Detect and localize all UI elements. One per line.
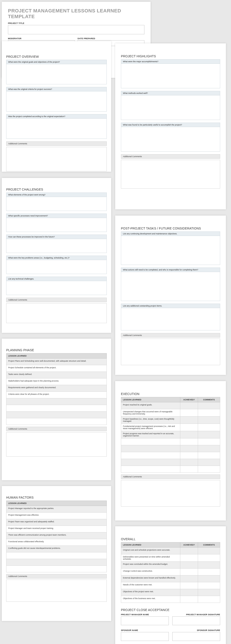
col-lesson: LESSON LEARNED: [121, 397, 180, 402]
cell-comments[interactable]: [198, 424, 220, 431]
additional-comments-area[interactable]: [6, 147, 107, 171]
cell-lesson: Project baselines (i.e., time, scope, co…: [121, 416, 180, 424]
human-table: Project Manager reported to the appropri…: [6, 506, 107, 572]
cell-achieved[interactable]: [180, 438, 198, 445]
additional-comments-area[interactable]: [6, 580, 107, 602]
answer-area[interactable]: [121, 308, 220, 330]
cell-achieved[interactable]: [180, 452, 198, 459]
cell-comments[interactable]: [198, 562, 220, 568]
cell-comments[interactable]: [198, 431, 220, 438]
col-comments: COMMENTS: [198, 397, 220, 402]
answer-area[interactable]: [7, 239, 107, 253]
cell-achieved[interactable]: [180, 596, 198, 602]
moderator-label: MODERATOR: [8, 38, 75, 40]
cell-achieved[interactable]: [180, 548, 198, 554]
cell-comments[interactable]: [198, 554, 220, 562]
cell-achieved[interactable]: [180, 424, 198, 431]
answer-area[interactable]: [7, 92, 107, 111]
cell-achieved[interactable]: [180, 416, 198, 424]
cell-achieved[interactable]: [180, 576, 198, 582]
table-row[interactable]: [7, 559, 107, 566]
table-row[interactable]: Project Team was organized and adequatel…: [7, 519, 107, 526]
table-row[interactable]: Criteria were clear for all phases of th…: [7, 392, 107, 398]
answer-area[interactable]: [121, 272, 220, 301]
table-row[interactable]: Project Plans and Scheduling were well-d…: [7, 358, 107, 365]
cell-lesson: Project was concluded within the amended…: [121, 562, 180, 568]
additional-comments-area[interactable]: [121, 338, 220, 365]
table-row[interactable]: Conflicting goals did not cause interdep…: [7, 546, 107, 552]
execution-panel: EXECUTION LESSON LEARNED ACHIEVED? COMME…: [115, 381, 226, 520]
cell-achieved[interactable]: [180, 589, 198, 596]
execution-table: Project reached its original goals. Unex…: [121, 402, 220, 473]
answer-area[interactable]: [121, 64, 220, 88]
answer-area[interactable]: [7, 281, 107, 295]
additional-comments-area[interactable]: [6, 303, 107, 323]
cell-achieved[interactable]: [180, 466, 198, 472]
overall-panel: OVERALL LESSON LEARNED ACHIEVED? COMMENT…: [115, 526, 226, 644]
pm-sig-input[interactable]: [172, 616, 220, 625]
cell-comments[interactable]: [198, 589, 220, 596]
answer-area[interactable]: [7, 118, 107, 138]
table-row[interactable]: Requirements were gathered and clearly d…: [7, 385, 107, 392]
table-row[interactable]: [7, 412, 107, 418]
table-row[interactable]: Project Schedule contained all elements …: [7, 365, 107, 372]
answer-area[interactable]: [7, 260, 107, 274]
cell-comments[interactable]: [198, 438, 220, 445]
cell-achieved[interactable]: [180, 409, 198, 416]
cell-achieved[interactable]: [180, 554, 198, 562]
cell-comments[interactable]: [198, 416, 220, 424]
project-title-input[interactable]: [8, 25, 144, 34]
cell-comments[interactable]: [198, 596, 220, 602]
additional-comments-area[interactable]: [6, 432, 107, 456]
cell-comments[interactable]: [198, 409, 220, 416]
pm-sig-label: PROJECT MANAGER SIGNATURE: [172, 614, 220, 616]
answer-area[interactable]: [7, 64, 107, 84]
answer-area[interactable]: [121, 96, 220, 120]
planning-phase-panel: PLANNING PHASE LESSON LEARNED Project Pl…: [2, 338, 111, 480]
planning-table: Project Plans and Scheduling were well-d…: [6, 358, 107, 425]
table-row[interactable]: [7, 398, 107, 405]
table-row[interactable]: [7, 566, 107, 572]
table-row[interactable]: [7, 418, 107, 425]
table-row[interactable]: There was efficient communication among …: [7, 532, 107, 539]
pm-name-input[interactable]: [121, 616, 169, 625]
section-heading: PROJECT CHALLENGES: [6, 188, 107, 191]
answer-area[interactable]: [7, 197, 107, 211]
cell-achieved[interactable]: [180, 459, 198, 466]
sponsor-name-label: SPONSOR NAME: [121, 629, 169, 632]
cell-comments[interactable]: [198, 459, 220, 466]
sponsor-name-input[interactable]: [121, 632, 169, 641]
table-row[interactable]: Project Manager reported to the appropri…: [7, 506, 107, 512]
additional-comments-area[interactable]: [121, 160, 220, 188]
cell-comments[interactable]: [198, 445, 220, 452]
project-title-label: PROJECT TITLE: [8, 22, 144, 24]
table-row[interactable]: Stakeholders had adequate input in the p…: [7, 378, 107, 385]
cell-comments[interactable]: [198, 548, 220, 554]
answer-area[interactable]: [121, 236, 220, 265]
cell-achieved[interactable]: [180, 568, 198, 575]
table-row[interactable]: Tasks were clearly defined.: [7, 372, 107, 378]
additional-comments-area[interactable]: [121, 480, 220, 506]
cell-achieved[interactable]: [180, 431, 198, 438]
question-label: What were the original goals and objecti…: [7, 60, 107, 64]
sponsor-sig-input[interactable]: [172, 632, 220, 641]
table-row[interactable]: [7, 405, 107, 412]
cell-achieved[interactable]: [180, 562, 198, 568]
cell-comments[interactable]: [198, 576, 220, 582]
cell-lesson: Deliverables were presented on time with…: [121, 554, 180, 562]
table-row[interactable]: Project Manager and team received proper…: [7, 526, 107, 532]
cell-achieved[interactable]: [180, 402, 198, 409]
table-row[interactable]: Functional areas collaborated effectivel…: [7, 539, 107, 546]
table-row[interactable]: Project Management was effective.: [7, 512, 107, 519]
cell-achieved[interactable]: [180, 582, 198, 589]
cell-achieved[interactable]: [180, 445, 198, 452]
cell-lesson: Fundamental project management processes…: [121, 424, 180, 431]
cell-comments[interactable]: [198, 402, 220, 409]
cell-comments[interactable]: [198, 568, 220, 575]
cell-comments[interactable]: [198, 452, 220, 459]
cell-comments[interactable]: [198, 466, 220, 472]
answer-area[interactable]: [7, 218, 107, 232]
answer-area[interactable]: [121, 127, 220, 151]
table-row[interactable]: [7, 552, 107, 559]
cell-comments[interactable]: [198, 582, 220, 589]
